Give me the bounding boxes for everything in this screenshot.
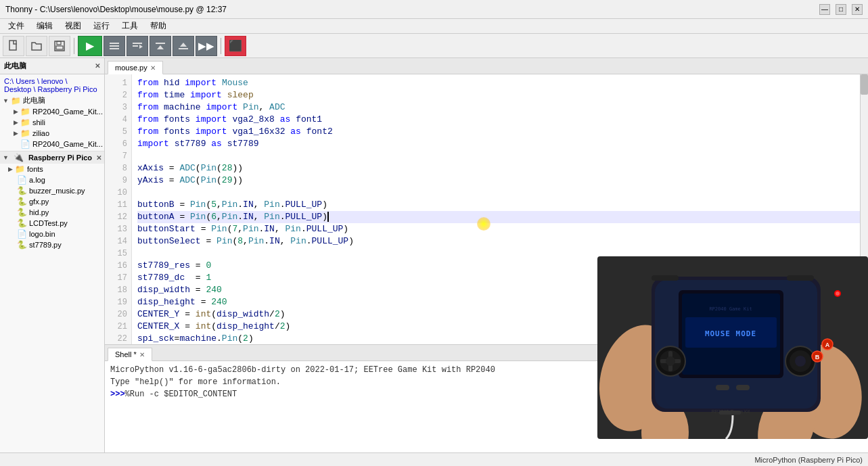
tab-label: mouse.py xyxy=(115,64,147,72)
sidebar-item-fonts[interactable]: ▶ 📁 fonts xyxy=(5,164,104,174)
new-button[interactable] xyxy=(3,36,24,56)
rpi-arrow: ▼ xyxy=(3,154,9,161)
toolbar-sep-1 xyxy=(74,38,74,54)
code-line-11: buttonB = Pin(5,Pin.IN, Pin.PULL_UP) xyxy=(137,199,863,211)
step-into-button[interactable] xyxy=(150,36,171,56)
svg-rect-8 xyxy=(133,45,138,47)
toolbar-sep-2 xyxy=(221,38,221,54)
svg-rect-45 xyxy=(719,411,741,415)
rpi-toggle[interactable]: ✕ xyxy=(96,154,101,162)
sidebar-item-buzzer[interactable]: ▶ 🐍 buzzer_music.py xyxy=(5,185,104,196)
device-image: MOUSE MODE RP2040 Game Kit A B xyxy=(597,256,868,439)
sidebar-item-ziliao[interactable]: ▶ 📁 ziliao xyxy=(11,128,104,139)
status-bar: MicroPython (Raspberry Pi Pico) xyxy=(0,452,868,466)
svg-point-30 xyxy=(666,356,675,366)
menu-run[interactable]: 运行 xyxy=(88,19,115,33)
ziliao-label: ziliao xyxy=(32,129,49,137)
this-pc-children: ▶ 📁 RP2040_Game_Kit... ▶ 📁 shili ▶ 📁 zil… xyxy=(0,106,104,149)
svg-marker-11 xyxy=(157,45,164,49)
sidebar-item-hid[interactable]: ▶ 🐍 hid.py xyxy=(5,207,104,218)
code-line-4: from fonts import vga2_8x8 as font1 xyxy=(137,114,863,126)
svg-text:MOUSE MODE: MOUSE MODE xyxy=(705,329,756,338)
maximize-button[interactable]: □ xyxy=(836,4,846,15)
menu-edit[interactable]: 编辑 xyxy=(31,19,58,33)
toolbar: ▶ ▶▶ ⬛ xyxy=(0,34,868,58)
code-line-13: buttonStart = Pin(7,Pin.IN, Pin.PULL_UP) xyxy=(137,223,863,235)
svg-text:RP2040 Game Kit: RP2040 Game Kit xyxy=(709,306,752,312)
alog-icon: 📄 xyxy=(17,175,27,185)
menu-tools[interactable]: 工具 xyxy=(116,19,143,33)
sidebar-item-gfx[interactable]: ▶ 🐍 gfx.py xyxy=(5,196,104,207)
sidebar-section-this-pc[interactable]: ▼ 📁 此电脑 xyxy=(0,95,104,106)
shell-prompt: >>> xyxy=(110,388,125,400)
shell-tab-close[interactable]: ✕ xyxy=(139,351,145,358)
svg-rect-0 xyxy=(9,41,16,50)
sidebar-item-rp2040-1[interactable]: ▶ 📁 RP2040_Game_Kit... xyxy=(11,106,104,117)
menu-file[interactable]: 文件 xyxy=(3,19,30,33)
code-line-8: xAxis = ADC(Pin(28)) xyxy=(137,162,863,174)
sidebar-item-shili[interactable]: ▶ 📁 shili xyxy=(11,117,104,128)
shell-command: %Run -c $EDITOR_CONTENT xyxy=(125,388,237,400)
rp2040-1-arrow: ▶ xyxy=(14,108,18,115)
sidebar-title: 此电脑 xyxy=(4,61,26,71)
step-out-button[interactable] xyxy=(173,36,194,56)
hid-icon: 🐍 xyxy=(17,208,27,217)
buzzer-label: buzzer_music.py xyxy=(29,187,85,195)
code-line-3: from machine import Pin, ADC xyxy=(137,101,863,114)
rp2040-1-icon: 📁 xyxy=(20,107,30,116)
code-line-12: buttonA = Pin(6,Pin.IN, Pin.PULL_UP) xyxy=(137,211,863,223)
fonts-icon: 📁 xyxy=(15,164,25,174)
this-pc-icon: 📁 xyxy=(11,96,21,106)
tab-close-button[interactable]: ✕ xyxy=(150,64,156,72)
save-button[interactable] xyxy=(49,36,70,56)
gfx-icon: 🐍 xyxy=(17,197,27,206)
open-button[interactable] xyxy=(26,36,47,56)
svg-rect-13 xyxy=(179,48,188,49)
menu-help[interactable]: 帮助 xyxy=(145,19,172,33)
svg-rect-44 xyxy=(787,275,814,281)
fonts-label: fonts xyxy=(27,165,43,173)
menu-view[interactable]: 视图 xyxy=(60,19,87,33)
title-bar: Thonny - C:\Users\lenovo\Desktop\mouse\m… xyxy=(0,0,868,19)
right-area: mouse.py ✕ 1 2 3 4 5 6 7 8 9 10 11 12 xyxy=(105,58,868,452)
editor-tab-mouse-py[interactable]: mouse.py ✕ xyxy=(108,61,163,74)
status-text: MicroPython (Raspberry Pi Pico) xyxy=(754,456,863,464)
rpi-header[interactable]: ▼ 🔌 Raspberry Pi Pico ✕ xyxy=(0,152,104,164)
code-line-6: import st7789 as st7789 xyxy=(137,138,863,150)
stop-button[interactable]: ⬛ xyxy=(225,36,246,56)
svg-rect-38 xyxy=(716,385,729,390)
title-text: Thonny - C:\Users\lenovo\Desktop\mouse\m… xyxy=(5,5,227,14)
lcdtest-label: LCDTest.py xyxy=(29,219,68,227)
sidebar-item-rp2040-file[interactable]: ▶ 📄 RP2040_Game_Kit... xyxy=(11,139,104,149)
device-svg: MOUSE MODE RP2040 Game Kit A B xyxy=(597,256,868,439)
sidebar-item-logo[interactable]: ▶ 📄 logo.bin xyxy=(5,229,104,239)
svg-rect-43 xyxy=(652,275,679,281)
editor-tabs: mouse.py ✕ xyxy=(105,58,868,74)
rpi-label: Raspberry Pi Pico xyxy=(28,154,92,162)
scrollbar-thumb[interactable] xyxy=(861,74,868,95)
ziliao-arrow: ▶ xyxy=(14,130,18,137)
st7789-label: st7789.py xyxy=(29,241,62,249)
debug-button[interactable] xyxy=(104,36,125,56)
logo-icon: 📄 xyxy=(17,229,27,239)
minimize-button[interactable]: — xyxy=(819,4,830,15)
code-line-5: from fonts import vga1_16x32 as font2 xyxy=(137,126,863,138)
svg-rect-4 xyxy=(110,43,119,44)
resume-button[interactable]: ▶▶ xyxy=(196,36,217,56)
sidebar-item-alog[interactable]: ▶ 📄 a.log xyxy=(5,174,104,185)
rpi-files: ▶ 📁 fonts ▶ 📄 a.log ▶ 🐍 buzzer_music.py xyxy=(0,164,104,250)
step-over-button[interactable] xyxy=(127,36,148,56)
shell-tab[interactable]: Shell * ✕ xyxy=(108,348,152,361)
run-button[interactable]: ▶ xyxy=(78,36,102,56)
code-line-1: from hid import Mouse xyxy=(137,77,863,89)
close-button[interactable]: ✕ xyxy=(852,4,863,15)
sidebar-item-lcdtest[interactable]: ▶ 🐍 LCDTest.py xyxy=(5,218,104,229)
sidebar-toggle[interactable]: ✕ xyxy=(95,62,100,70)
svg-point-41 xyxy=(836,292,840,296)
lcdtest-icon: 🐍 xyxy=(17,218,27,228)
hid-label: hid.py xyxy=(29,208,49,216)
sidebar-path: C:\ Users \ lenovo \ Desktop \ Raspberry… xyxy=(0,76,104,95)
title-controls: — □ ✕ xyxy=(819,4,863,15)
sidebar-item-st7789[interactable]: ▶ 🐍 st7789.py xyxy=(5,239,104,250)
rp2040-1-label: RP2040_Game_Kit... xyxy=(32,108,103,116)
